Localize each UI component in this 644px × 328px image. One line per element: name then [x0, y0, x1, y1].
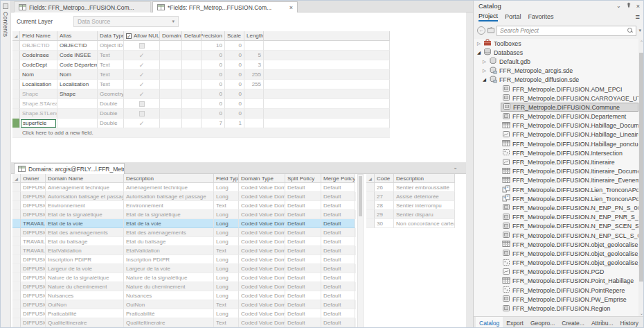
cell-length[interactable]: 255: [244, 70, 264, 80]
cell-alias[interactable]: Nom: [57, 70, 98, 80]
cell-field-name[interactable]: OBJECTID: [20, 41, 57, 51]
cell-description[interactable]: Inscription PDIPR: [124, 255, 214, 264]
cell-merge-policy[interactable]: Default: [321, 309, 355, 318]
cell-precision[interactable]: 0: [202, 99, 225, 109]
tree-item[interactable]: FFR_Metropole.DIFFUSION.Lien_TronconAPou…: [474, 194, 638, 203]
cell-field-type[interactable]: Long: [214, 183, 239, 192]
cell-owner[interactable]: TRAVAIL: [21, 219, 46, 228]
collapse-panel-icon[interactable]: ⌄: [616, 3, 621, 9]
cell-owner[interactable]: DIFFUSION: [21, 201, 46, 210]
cell-merge-policy[interactable]: Default: [321, 219, 355, 228]
cell-split-policy[interactable]: Default: [285, 318, 321, 327]
row-indicator[interactable]: [366, 183, 375, 192]
cell-domain-name[interactable]: QualiteItineraire: [46, 318, 124, 327]
cell-split-policy[interactable]: Default: [285, 282, 321, 291]
domain-row[interactable]: DIFFUSIONAutorisation balisage et passag…: [12, 192, 356, 201]
cell-split-policy[interactable]: Default: [285, 219, 321, 228]
tree-item-box[interactable]: FFR_Metropole.DIFFUSION.Habillage_Lineai…: [501, 130, 638, 139]
cell-owner[interactable]: TRAVAIL: [21, 237, 46, 246]
row-indicator[interactable]: [366, 210, 375, 219]
cell-split-policy[interactable]: Default: [285, 291, 321, 300]
tree-item[interactable]: FFR_Metropole.DIFFUSION.Itineraire_Docum…: [474, 167, 638, 176]
tree-item[interactable]: FFR_Metropole.DIFFUSION.PGD: [474, 268, 638, 277]
col-domain[interactable]: Domain: [160, 31, 182, 41]
cell-field-name[interactable]: CodeInsee: [20, 51, 57, 60]
domains-scrollbar[interactable]: [357, 174, 364, 328]
row-indicator[interactable]: [12, 210, 21, 219]
cell-domain[interactable]: [160, 80, 182, 89]
tree-item[interactable]: FFR_Metropole.DIFFUSION.PointRepere: [474, 286, 638, 295]
cell-domain-type[interactable]: Coded Value Domain: [239, 192, 285, 201]
search-icon[interactable]: [627, 28, 633, 33]
domain-row[interactable]: DIFFUSIONAménagement techniqueAménagemen…: [12, 183, 356, 192]
cell-precision[interactable]: 0: [202, 80, 225, 89]
cell-default[interactable]: [182, 119, 202, 128]
close-tab-icon[interactable]: ×: [289, 4, 293, 11]
pin-icon[interactable]: [626, 2, 632, 10]
tree-item-box[interactable]: FFR_Metropole.DIFFUSION.Commune: [501, 103, 638, 112]
cell-field-type[interactable]: Long: [214, 264, 239, 273]
cell-domain[interactable]: [160, 51, 182, 60]
cell-domain-name[interactable]: Etat de la voie: [46, 219, 124, 228]
tree-item[interactable]: FFR_Metropole.DIFFUSION.CARROYAGE_UTM: [474, 94, 638, 103]
domain-row[interactable]: DIFFUSIONEtat de la signalétiqueEtat de …: [12, 210, 356, 219]
cell-precision[interactable]: 7: [202, 119, 225, 128]
tree-item[interactable]: FFR_Metropole.DIFFUSION.Habillage_ponctu…: [474, 139, 638, 148]
tree-item-box[interactable]: Default.gdb: [488, 57, 638, 66]
col-owner[interactable]: Owner: [21, 174, 46, 183]
tree-item[interactable]: FFR_Metropole.DIFFUSION.Departement: [474, 112, 638, 121]
row-indicator[interactable]: [366, 192, 375, 201]
tree-item-box[interactable]: FFR_Metropole.DIFFUSION.Itineraire_Docum…: [501, 167, 638, 176]
cell-code[interactable]: 26: [375, 183, 394, 192]
domain-row[interactable]: TRAVAILEtatValidationEtatValidationTextC…: [12, 246, 356, 255]
cell-allow-null[interactable]: ✓: [124, 60, 160, 70]
tree-item-box[interactable]: FFR_Metropole_diffusion.sde: [488, 76, 638, 85]
cell-allow-null[interactable]: ✓: [124, 80, 160, 89]
col-split-policy[interactable]: Split Policy: [285, 174, 321, 183]
field-name-editbox[interactable]: superficie: [21, 119, 56, 128]
cell-split-policy[interactable]: Default: [285, 192, 321, 201]
cell-owner[interactable]: TRAVAIL: [21, 246, 46, 255]
col-merge-policy[interactable]: Merge Policy: [321, 174, 355, 183]
cell-field-type[interactable]: Long: [214, 237, 239, 246]
cell-merge-policy[interactable]: Default: [321, 255, 355, 264]
tree-item[interactable]: FFR_Metropole.DIFFUSION.Habillage_Docume…: [474, 121, 638, 130]
cell-length[interactable]: [244, 119, 264, 128]
tree-item-box[interactable]: FFR_Metropole.DIFFUSION.CARROYAGE_UTM: [501, 94, 638, 103]
cell-description[interactable]: Environnement: [124, 201, 214, 210]
row-indicator[interactable]: [12, 60, 20, 70]
tree-item-box[interactable]: FFR_Metropole.DIFFUSION.Habillage_Docume…: [501, 121, 638, 130]
tree-item-box[interactable]: FFR_Metropole.DIFFUSION.Departement: [501, 112, 638, 121]
checkbox-unchecked-icon[interactable]: [139, 101, 145, 107]
cell-data-type[interactable]: Double: [98, 109, 124, 119]
back-icon[interactable]: ←: [477, 26, 485, 35]
bottom-tab-catalog[interactable]: Catalog: [476, 317, 503, 328]
cell-description[interactable]: Nature du cheminement: [124, 282, 214, 291]
cell-data-type[interactable]: Double: [98, 99, 124, 109]
cell-scale[interactable]: 1: [225, 119, 244, 128]
col-length[interactable]: Length: [244, 31, 264, 41]
cell-merge-policy[interactable]: Default: [321, 264, 355, 273]
cell-domain-name[interactable]: Nuisances: [46, 291, 124, 300]
bottom-tab-geopro[interactable]: Geopro...: [527, 320, 558, 327]
cell-allow-null[interactable]: [124, 41, 160, 51]
cell-field-type[interactable]: Text: [214, 201, 239, 210]
cell-owner[interactable]: DIFFUSION: [21, 228, 46, 237]
cell-domain-type[interactable]: Coded Value Domain: [239, 318, 285, 327]
cell-domain-type[interactable]: Coded Value Domain: [239, 237, 285, 246]
row-indicator[interactable]: [12, 80, 20, 89]
cell-field-type[interactable]: Long: [214, 192, 239, 201]
expand-arrow-icon[interactable]: ▷: [481, 68, 488, 74]
cell-split-policy[interactable]: Default: [285, 210, 321, 219]
cell-default[interactable]: [182, 41, 202, 51]
cell-field-name[interactable]: CodeDept: [20, 60, 57, 70]
cell-owner[interactable]: DIFFUSION: [21, 318, 46, 327]
tree-item[interactable]: FFR_Metropole.DIFFUSION.Lien_TronconAPou…: [474, 185, 638, 194]
domain-row[interactable]: DIFFUSIONEtat des aménagementsEtat des a…: [12, 228, 356, 237]
cell-domain-type[interactable]: Coded Value Domain: [239, 273, 285, 282]
allow-null-checkbox[interactable]: ✓: [126, 33, 132, 39]
cell-owner[interactable]: DIFFUSION: [21, 291, 46, 300]
cell-allow-null[interactable]: ✓: [124, 89, 160, 99]
cell-split-policy[interactable]: Default: [285, 237, 321, 246]
cell-field-type[interactable]: Long: [214, 309, 239, 318]
